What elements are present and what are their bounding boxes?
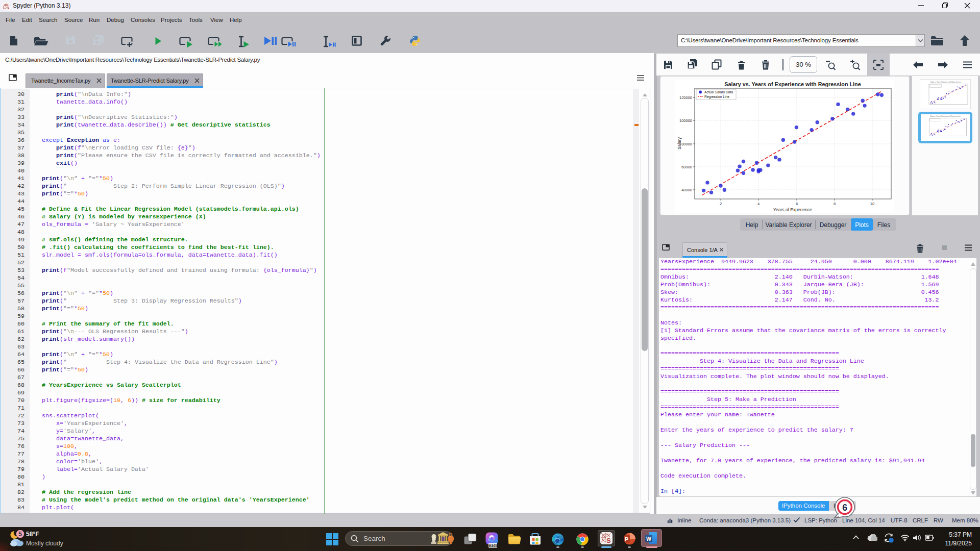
svg-text:Years of Experience: Years of Experience (773, 207, 812, 212)
svg-text:60000: 60000 (681, 165, 692, 169)
svg-text:S: S (6, 6, 9, 9)
svg-text:6: 6 (796, 202, 798, 206)
svg-text:M365: M365 (488, 544, 497, 547)
svg-text:4: 4 (757, 202, 760, 206)
svg-text:80000: 80000 (681, 142, 692, 146)
svg-text:Salary vs. Years of Experience: Salary vs. Years of Experience with Regr… (930, 81, 962, 83)
svg-text:Actual Salary Data: Actual Salary Data (704, 90, 733, 94)
svg-text:P: P (625, 536, 628, 542)
svg-text:Salary vs. Years of Experience: Salary vs. Years of Experience with Regr… (930, 115, 961, 117)
svg-text:40000: 40000 (681, 188, 692, 192)
svg-text:Regression Line: Regression Line (704, 95, 729, 99)
svg-text:5: 5 (18, 531, 22, 538)
svg-text:120000: 120000 (679, 95, 692, 100)
svg-text:6: 6 (842, 503, 847, 513)
svg-text:10: 10 (870, 202, 874, 206)
svg-text:Salary vs. Years of Experience: Salary vs. Years of Experience with Regr… (724, 81, 861, 87)
svg-text:100000: 100000 (679, 118, 692, 123)
svg-text:Salary: Salary (677, 137, 682, 149)
svg-text:8: 8 (834, 202, 836, 206)
svg-text:W: W (646, 536, 651, 542)
svg-text:2: 2 (720, 202, 722, 206)
svg-text:S: S (606, 537, 611, 544)
